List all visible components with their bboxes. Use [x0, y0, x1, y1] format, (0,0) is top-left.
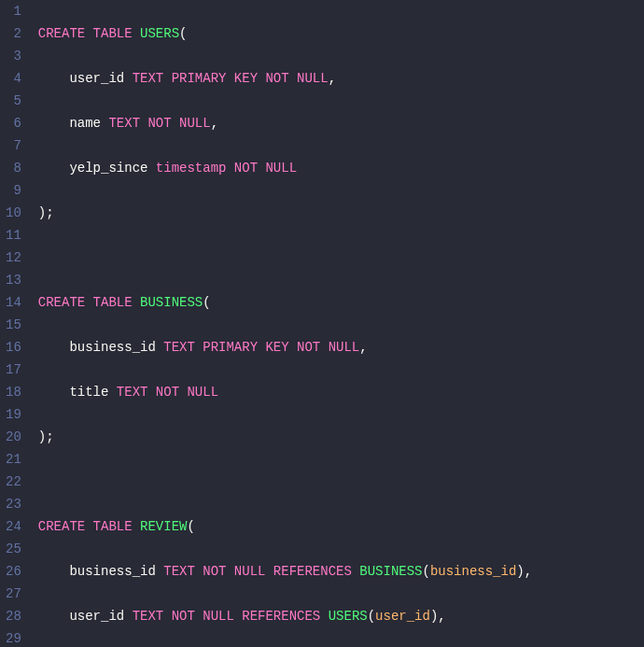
code-line[interactable]: CREATE TABLE BUSINESS(	[38, 291, 637, 314]
code-line[interactable]: user_id TEXT NOT NULL REFERENCES USERS(u…	[38, 605, 637, 627]
line-number: 6	[6, 112, 21, 134]
code-line[interactable]: yelp_since timestamp NOT NULL	[38, 157, 637, 179]
code-line[interactable]: title TEXT NOT NULL	[38, 381, 637, 403]
line-number: 22	[6, 471, 21, 493]
line-number: 26	[6, 560, 21, 583]
code-line[interactable]: business_id TEXT NOT NULL REFERENCES BUS…	[38, 560, 637, 583]
line-number: 21	[6, 448, 21, 471]
code-line[interactable]: );	[38, 426, 637, 448]
code-line[interactable]: name TEXT NOT NULL,	[38, 112, 637, 134]
line-number: 27	[6, 583, 21, 605]
line-number: 2	[6, 22, 21, 45]
code-line[interactable]	[38, 246, 637, 269]
line-number: 10	[6, 202, 21, 224]
line-number: 15	[6, 314, 21, 336]
code-line[interactable]: business_id TEXT PRIMARY KEY NOT NULL,	[38, 336, 637, 359]
line-number: 29	[6, 627, 21, 647]
line-number: 20	[6, 426, 21, 448]
line-number: 24	[6, 515, 21, 538]
line-number: 18	[6, 381, 21, 403]
line-number: 9	[6, 179, 21, 202]
line-number: 11	[6, 224, 21, 246]
line-number: 4	[6, 67, 21, 90]
line-number: 8	[6, 157, 21, 179]
code-area[interactable]: CREATE TABLE USERS( user_id TEXT PRIMARY…	[31, 0, 644, 647]
line-number: 28	[6, 605, 21, 627]
line-number: 3	[6, 45, 21, 67]
line-number-gutter: 1 2 3 4 5 6 7 8 9 10 11 12 13 14 15 16 1…	[0, 0, 31, 647]
line-number: 19	[6, 403, 21, 426]
code-line[interactable]: );	[38, 202, 637, 224]
code-line[interactable]	[38, 471, 637, 493]
code-editor[interactable]: 1 2 3 4 5 6 7 8 9 10 11 12 13 14 15 16 1…	[0, 0, 644, 647]
line-number: 14	[6, 291, 21, 314]
code-line[interactable]: CREATE TABLE USERS(	[38, 22, 637, 45]
line-number: 16	[6, 336, 21, 359]
line-number: 25	[6, 538, 21, 560]
line-number: 7	[6, 134, 21, 157]
code-line[interactable]: CREATE TABLE REVIEW(	[38, 515, 637, 538]
line-number: 13	[6, 269, 21, 291]
line-number: 5	[6, 90, 21, 112]
line-number: 12	[6, 246, 21, 269]
line-number: 17	[6, 359, 21, 381]
line-number: 23	[6, 493, 21, 515]
code-line[interactable]: user_id TEXT PRIMARY KEY NOT NULL,	[38, 67, 637, 90]
line-number: 1	[6, 0, 21, 22]
